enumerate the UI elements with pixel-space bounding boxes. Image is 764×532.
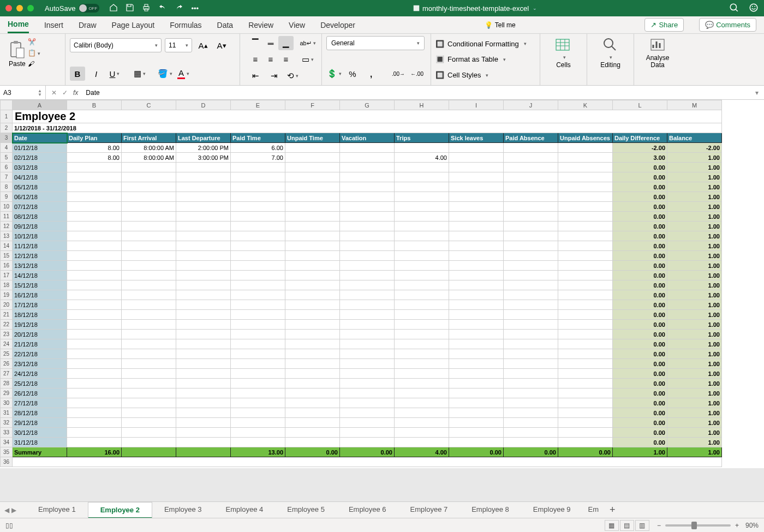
cell-arr[interactable] [122, 231, 176, 241]
cell-trip[interactable] [395, 261, 449, 271]
more-icon[interactable]: ••• [191, 4, 199, 13]
cell-bal[interactable]: 1.00 [667, 349, 722, 359]
cell-uabs[interactable] [558, 261, 613, 271]
row-head-32[interactable]: 32 [1, 418, 13, 428]
row-head-26[interactable]: 26 [1, 359, 13, 369]
cell-date[interactable]: 19/12/18 [13, 320, 67, 330]
cell-date[interactable]: 16/12/18 [13, 290, 67, 300]
sheet-tab-employee-4[interactable]: Employee 4 [214, 502, 276, 518]
cell-pabs[interactable] [504, 182, 558, 192]
cell-pabs[interactable] [504, 438, 558, 447]
increase-font-icon[interactable]: A▴ [195, 38, 211, 52]
row-head-15[interactable]: 15 [1, 251, 13, 261]
cell-dep[interactable] [176, 271, 231, 280]
cell-trip[interactable] [395, 251, 449, 261]
cell-arr[interactable] [122, 251, 176, 261]
cell-unpaid[interactable] [285, 398, 340, 408]
cell-styles-button[interactable]: 🔲Cell Styles▾ [435, 71, 535, 79]
cell-paid[interactable] [231, 241, 285, 251]
cell-trip[interactable] [395, 192, 449, 202]
cell-trip[interactable] [395, 438, 449, 447]
cell-trip[interactable] [395, 241, 449, 251]
cell-arr[interactable] [122, 271, 176, 280]
sheet-title[interactable]: Employee 2 [13, 110, 722, 123]
cell-arr[interactable] [122, 241, 176, 251]
cell-paid[interactable] [231, 300, 285, 310]
cell-sick[interactable] [449, 300, 504, 310]
cell-date[interactable]: 21/12/18 [13, 339, 67, 349]
row-head-12[interactable]: 12 [1, 222, 13, 231]
cell-diff[interactable]: 0.00 [613, 300, 667, 310]
row-head-30[interactable]: 30 [1, 398, 13, 408]
cell-plan[interactable] [67, 310, 122, 320]
cell-unpaid[interactable] [285, 192, 340, 202]
row-head-9[interactable]: 9 [1, 192, 13, 202]
header-balance[interactable]: Balance [667, 133, 722, 143]
cell-diff[interactable]: 0.00 [613, 222, 667, 231]
cell-paid[interactable] [231, 261, 285, 271]
font-name-select[interactable]: Calibri (Body)▾ [70, 38, 162, 52]
sheet-tab-employee-2[interactable]: Employee 2 [88, 502, 152, 518]
header-unpaid-absences[interactable]: Unpaid Absences [558, 133, 613, 143]
cell-unpaid[interactable] [285, 428, 340, 438]
cell-arr[interactable] [122, 290, 176, 300]
col-head-M[interactable]: M [667, 100, 722, 110]
cell-uabs[interactable] [558, 143, 613, 153]
cell-bal[interactable]: 1.00 [667, 428, 722, 438]
cell-pabs[interactable] [504, 330, 558, 339]
cell-pabs[interactable] [504, 143, 558, 153]
cell-dep[interactable] [176, 369, 231, 379]
cell-bal[interactable]: 1.00 [667, 192, 722, 202]
cell-dep[interactable] [176, 241, 231, 251]
header-vacation[interactable]: Vacation [340, 133, 395, 143]
cell-unpaid[interactable] [285, 388, 340, 398]
cell-sick[interactable] [449, 418, 504, 428]
sheet-tab-employee-3[interactable]: Employee 3 [152, 502, 214, 518]
cell-unpaid[interactable] [285, 153, 340, 163]
cell-diff[interactable]: 0.00 [613, 398, 667, 408]
cell-trip[interactable] [395, 428, 449, 438]
enter-icon[interactable]: ✓ [62, 89, 68, 97]
col-head-J[interactable]: J [504, 100, 558, 110]
cell-paid[interactable] [231, 251, 285, 261]
row-head-33[interactable]: 33 [1, 428, 13, 438]
cell-plan[interactable] [67, 408, 122, 418]
cell-sick[interactable] [449, 271, 504, 280]
cell-vac[interactable] [340, 418, 395, 428]
cell-date[interactable]: 03/12/18 [13, 163, 67, 172]
cell-diff[interactable]: 0.00 [613, 379, 667, 388]
cell-sick[interactable] [449, 320, 504, 330]
cell-diff[interactable]: 0.00 [613, 261, 667, 271]
cell-plan[interactable] [67, 388, 122, 398]
align-mid-icon[interactable]: ═ [263, 36, 278, 50]
cell-dep[interactable] [176, 212, 231, 222]
cell-bal[interactable]: 1.00 [667, 163, 722, 172]
cell-bal[interactable]: 1.00 [667, 418, 722, 428]
cell-paid[interactable] [231, 438, 285, 447]
tell-me-bulb-icon[interactable]: 💡 Tell me [485, 21, 516, 29]
cell-date[interactable]: 27/12/18 [13, 398, 67, 408]
cell-date[interactable]: 08/12/18 [13, 212, 67, 222]
cell-vac[interactable] [340, 241, 395, 251]
comma-icon[interactable]: , [363, 67, 379, 81]
cell-trip[interactable] [395, 349, 449, 359]
cell-unpaid[interactable] [285, 339, 340, 349]
cell-bal[interactable]: 1.00 [667, 241, 722, 251]
cell-dep[interactable] [176, 408, 231, 418]
cell-sick[interactable] [449, 388, 504, 398]
cell-unpaid[interactable] [285, 369, 340, 379]
cell-pabs[interactable] [504, 388, 558, 398]
cell-arr[interactable] [122, 408, 176, 418]
cell-diff[interactable]: 0.00 [613, 251, 667, 261]
cell-date[interactable]: 09/12/18 [13, 222, 67, 231]
cell-plan[interactable] [67, 271, 122, 280]
cell-dep[interactable] [176, 222, 231, 231]
expand-formula-icon[interactable]: ▾ [750, 89, 764, 97]
cell-unpaid[interactable] [285, 212, 340, 222]
cell-uabs[interactable] [558, 280, 613, 290]
cell-plan[interactable] [67, 300, 122, 310]
cell-trip[interactable] [395, 388, 449, 398]
sheet-tab-employee-5[interactable]: Employee 5 [275, 502, 337, 518]
header-unpaid-time[interactable]: Unpaid Time [285, 133, 340, 143]
cell-dep[interactable] [176, 379, 231, 388]
